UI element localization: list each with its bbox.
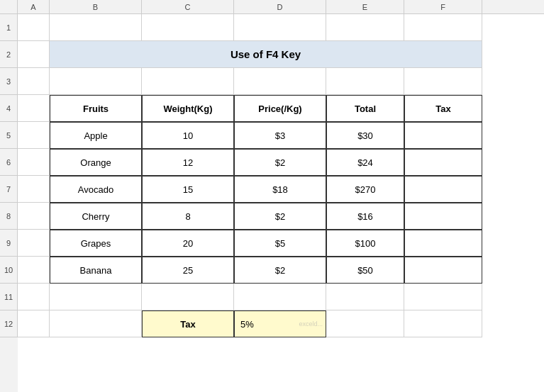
row-header-4[interactable]: 4 bbox=[0, 95, 18, 122]
cell-a7[interactable] bbox=[18, 176, 50, 203]
cell-c3[interactable] bbox=[142, 68, 234, 95]
row-headers: 1 2 3 4 5 6 7 8 9 10 11 12 bbox=[0, 14, 18, 392]
cell-b5-fruit[interactable]: Apple bbox=[50, 122, 142, 149]
col-header-e[interactable]: E bbox=[326, 0, 404, 13]
row-header-1[interactable]: 1 bbox=[0, 14, 18, 41]
cell-a3[interactable] bbox=[18, 68, 50, 95]
cell-f9-tax[interactable] bbox=[404, 230, 482, 257]
cell-f5-tax[interactable] bbox=[404, 122, 482, 149]
cell-a6[interactable] bbox=[18, 149, 50, 176]
cell-title-merged[interactable]: Use of F4 Key bbox=[50, 41, 482, 68]
cell-e9-total[interactable]: $100 bbox=[326, 230, 404, 257]
cell-f12[interactable] bbox=[404, 310, 482, 337]
row-header-11[interactable]: 11 bbox=[0, 284, 18, 310]
cell-f1[interactable] bbox=[404, 14, 482, 41]
cell-f10-tax[interactable] bbox=[404, 257, 482, 284]
cell-e1[interactable] bbox=[326, 14, 404, 41]
cell-c11[interactable] bbox=[142, 284, 234, 310]
cell-b10-fruit[interactable]: Banana bbox=[50, 257, 142, 284]
cell-a5[interactable] bbox=[18, 122, 50, 149]
cell-f3[interactable] bbox=[404, 68, 482, 95]
cell-a10[interactable] bbox=[18, 257, 50, 284]
row-header-2[interactable]: 2 bbox=[0, 41, 18, 68]
cell-d6-price[interactable]: $2 bbox=[234, 149, 326, 176]
cell-d12-tax-value[interactable]: 5% exceld... bbox=[234, 310, 326, 337]
cell-a11[interactable] bbox=[18, 284, 50, 310]
cell-c10-weight[interactable]: 25 bbox=[142, 257, 234, 284]
row-header-12[interactable]: 12 bbox=[0, 310, 18, 337]
cell-a4[interactable] bbox=[18, 95, 50, 122]
row-7: Avocado 15 $18 $270 bbox=[18, 176, 544, 203]
cell-b3[interactable] bbox=[50, 68, 142, 95]
col-header-b[interactable]: B bbox=[50, 0, 142, 13]
col-header-a[interactable]: A bbox=[18, 0, 50, 13]
cell-b7-fruit[interactable]: Avocado bbox=[50, 176, 142, 203]
row-header-10[interactable]: 10 bbox=[0, 257, 18, 284]
row-1 bbox=[18, 14, 544, 41]
cell-e5-total[interactable]: $30 bbox=[326, 122, 404, 149]
row-12: Tax 5% exceld... bbox=[18, 310, 544, 337]
row-header-8[interactable]: 8 bbox=[0, 203, 18, 230]
row-header-5[interactable]: 5 bbox=[0, 122, 18, 149]
column-headers: A B C D E F bbox=[0, 0, 544, 14]
cell-c12-tax-label[interactable]: Tax bbox=[142, 310, 234, 337]
cell-d5-price[interactable]: $3 bbox=[234, 122, 326, 149]
fruit-apple: Apple bbox=[84, 130, 107, 141]
cell-d11[interactable] bbox=[234, 284, 326, 310]
col-header-d[interactable]: D bbox=[234, 0, 326, 13]
col-header-f[interactable]: F bbox=[404, 0, 482, 13]
cell-e10-total[interactable]: $50 bbox=[326, 257, 404, 284]
header-total-label: Total bbox=[355, 103, 376, 114]
cell-b9-fruit[interactable]: Grapes bbox=[50, 230, 142, 257]
cell-a1[interactable] bbox=[18, 14, 50, 41]
cell-d8-price[interactable]: $2 bbox=[234, 203, 326, 230]
cell-e6-total[interactable]: $24 bbox=[326, 149, 404, 176]
row-9: Grapes 20 $5 $100 bbox=[18, 230, 544, 257]
cell-header-price[interactable]: Price(/Kg) bbox=[234, 95, 326, 122]
cell-c6-weight[interactable]: 12 bbox=[142, 149, 234, 176]
row-header-9[interactable]: 9 bbox=[0, 230, 18, 257]
cell-b12[interactable] bbox=[50, 310, 142, 337]
cell-header-total[interactable]: Total bbox=[326, 95, 404, 122]
cell-a9[interactable] bbox=[18, 230, 50, 257]
cell-d3[interactable] bbox=[234, 68, 326, 95]
cell-c5-weight[interactable]: 10 bbox=[142, 122, 234, 149]
price-avocado: $18 bbox=[272, 184, 288, 195]
cell-d7-price[interactable]: $18 bbox=[234, 176, 326, 203]
fruit-avocado: Avocado bbox=[78, 184, 113, 195]
cell-header-tax[interactable]: Tax bbox=[404, 95, 482, 122]
cell-c1[interactable] bbox=[142, 14, 234, 41]
row-header-3[interactable]: 3 bbox=[0, 68, 18, 95]
cell-header-weight[interactable]: Weight(Kg) bbox=[142, 95, 234, 122]
cell-b1[interactable] bbox=[50, 14, 142, 41]
cell-f8-tax[interactable] bbox=[404, 203, 482, 230]
cell-e8-total[interactable]: $16 bbox=[326, 203, 404, 230]
cell-d10-price[interactable]: $2 bbox=[234, 257, 326, 284]
cell-b11[interactable] bbox=[50, 284, 142, 310]
cell-e7-total[interactable]: $270 bbox=[326, 176, 404, 203]
cell-f11[interactable] bbox=[404, 284, 482, 310]
cell-b6-fruit[interactable]: Orange bbox=[50, 149, 142, 176]
fruit-orange: Orange bbox=[80, 157, 111, 168]
col-header-c[interactable]: C bbox=[142, 0, 234, 13]
cell-c7-weight[interactable]: 15 bbox=[142, 176, 234, 203]
cell-a8[interactable] bbox=[18, 203, 50, 230]
cell-c8-weight[interactable]: 8 bbox=[142, 203, 234, 230]
cell-e12[interactable] bbox=[326, 310, 404, 337]
cell-a2[interactable] bbox=[18, 41, 50, 68]
cell-e11[interactable] bbox=[326, 284, 404, 310]
total-banana: $50 bbox=[357, 265, 373, 276]
main-area: 1 2 3 4 5 6 7 8 9 10 11 12 bbox=[0, 14, 544, 392]
cell-a12[interactable] bbox=[18, 310, 50, 337]
cell-d9-price[interactable]: $5 bbox=[234, 230, 326, 257]
cell-b8-fruit[interactable]: Cherry bbox=[50, 203, 142, 230]
cell-f6-tax[interactable] bbox=[404, 149, 482, 176]
cell-c9-weight[interactable]: 20 bbox=[142, 230, 234, 257]
cell-header-fruits[interactable]: Fruits bbox=[50, 95, 142, 122]
row-header-7[interactable]: 7 bbox=[0, 176, 18, 203]
cell-d1[interactable] bbox=[234, 14, 326, 41]
weight-orange: 12 bbox=[183, 157, 193, 168]
row-header-6[interactable]: 6 bbox=[0, 149, 18, 176]
cell-e3[interactable] bbox=[326, 68, 404, 95]
cell-f7-tax[interactable] bbox=[404, 176, 482, 203]
